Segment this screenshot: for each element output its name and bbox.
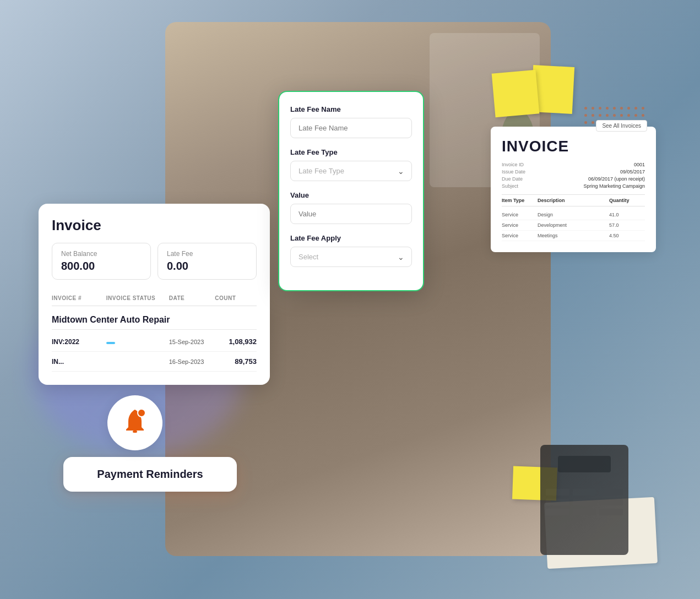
field-label-0: Invoice ID xyxy=(502,162,524,167)
net-balance-box: Net Balance 800.00 xyxy=(52,243,151,280)
svg-point-1 xyxy=(138,409,145,417)
invoice-table-header: INVOICE # INVOICE STATUS DATE COUNT xyxy=(52,291,257,306)
invoice-card: Invoice Net Balance 800.00 Late Fee 0.00… xyxy=(39,204,270,385)
invoice-doc-card: See All Invoices INVOICE Invoice ID 0001… xyxy=(491,127,656,252)
inv-date1-1: 15-Sep-2023 xyxy=(169,339,211,345)
doc-table-row-0: Service Design 41.0 xyxy=(502,210,645,220)
payment-reminders-card: Payment Reminders xyxy=(63,457,237,492)
late-fee-name-label: Late Fee Name xyxy=(290,105,412,113)
doc-col-type: Item Type xyxy=(502,198,538,203)
payment-reminders-label: Payment Reminders xyxy=(77,468,224,481)
late-fee-apply-select[interactable]: Select xyxy=(290,247,412,267)
late-fee-stat-label: Late Fee xyxy=(167,250,247,258)
desk-item xyxy=(540,445,628,555)
table-row: INV:2022 15-Sep-2023 1,08,932 xyxy=(52,332,257,352)
net-balance-value: 800.00 xyxy=(61,260,142,273)
field-value-2: 06/09/2017 (upon receipt) xyxy=(588,176,645,182)
inv-number-2: IN... xyxy=(52,358,102,366)
svg-rect-0 xyxy=(133,431,137,433)
doc-row2-desc: Meetings xyxy=(538,233,609,238)
field-label-2: Due Date xyxy=(502,176,523,182)
doc-table-row-2: Service Meetings 4.50 xyxy=(502,231,645,241)
bell-icon-container xyxy=(107,395,162,450)
doc-row0-type: Service xyxy=(502,212,538,217)
late-fee-type-select[interactable]: Late Fee Type xyxy=(290,161,412,181)
late-fee-type-label: Late Fee Type xyxy=(290,148,412,156)
table-row: IN... 16-Sep-2023 89,753 xyxy=(52,352,257,372)
late-fee-stat-value: 0.00 xyxy=(167,260,247,273)
inv-status-1 xyxy=(106,338,165,346)
doc-row0-desc: Design xyxy=(538,212,609,217)
invoice-doc-table-header: Item Type Description Quantity xyxy=(502,194,645,206)
invoice-doc-field-0: Invoice ID 0001 xyxy=(502,162,645,167)
form-group-apply: Late Fee Apply Select xyxy=(290,234,412,267)
late-fee-apply-wrapper: Select xyxy=(290,247,412,267)
doc-row0-qty: 41.0 xyxy=(609,212,645,217)
invoice-doc-field-3: Subject Spring Marketing Campaign xyxy=(502,183,645,189)
late-fee-apply-label: Late Fee Apply xyxy=(290,234,412,242)
invoice-doc-field-2: Due Date 06/09/2017 (upon receipt) xyxy=(502,176,645,182)
field-value-3: Spring Marketing Campaign xyxy=(583,183,645,189)
field-value-0: 0001 xyxy=(634,162,645,167)
inv-date1-2: 16-Sep-2023 xyxy=(169,358,211,365)
doc-row1-desc: Development xyxy=(538,222,609,228)
sticky-note-1 xyxy=(492,70,540,118)
bell-icon xyxy=(121,407,149,436)
value-label: Value xyxy=(290,191,412,199)
doc-row2-qty: 4.50 xyxy=(609,233,645,238)
net-balance-label: Net Balance xyxy=(61,250,142,258)
form-group-value: Value xyxy=(290,191,412,224)
field-value-1: 09/05/2017 xyxy=(620,169,645,175)
invoice-card-title: Invoice xyxy=(52,217,257,234)
late-fee-name-input[interactable] xyxy=(290,118,412,138)
late-fee-form-card: Late Fee Name Late Fee Type Late Fee Typ… xyxy=(278,91,424,291)
doc-row2-type: Service xyxy=(502,233,538,238)
col-invoice-num: INVOICE # xyxy=(52,295,102,301)
bell-wrapper xyxy=(121,407,149,438)
value-input[interactable] xyxy=(290,204,412,224)
col-count: COUNT xyxy=(215,295,257,301)
doc-col-desc: Description xyxy=(538,198,609,203)
doc-col-qty: Quantity xyxy=(609,198,645,203)
inv-amount-1: 1,08,932 xyxy=(215,337,257,346)
doc-row1-type: Service xyxy=(502,222,538,228)
form-group-type: Late Fee Type Late Fee Type xyxy=(290,148,412,181)
invoice-company-name: Midtown Center Auto Repair xyxy=(52,311,257,330)
late-fee-box: Late Fee 0.00 xyxy=(158,243,257,280)
invoice-stats-row: Net Balance 800.00 Late Fee 0.00 xyxy=(52,243,257,280)
form-group-name: Late Fee Name xyxy=(290,105,412,138)
doc-table-row-1: Service Development 57.0 xyxy=(502,220,645,231)
invoice-doc-field-1: Issue Date 09/05/2017 xyxy=(502,169,645,175)
col-invoice-status: INVOICE STATUS xyxy=(106,295,165,301)
inv-amount-2: 89,753 xyxy=(215,357,257,366)
col-date: DATE xyxy=(169,295,211,301)
dots-pattern-top: /* dots rendered in CSS */ xyxy=(584,6,683,105)
doc-row1-qty: 57.0 xyxy=(609,222,645,228)
status-badge-1 xyxy=(106,342,115,344)
see-all-invoices-button[interactable]: See All Invoices xyxy=(596,120,647,132)
inv-number-1: INV:2022 xyxy=(52,338,102,346)
invoice-doc-fields: Invoice ID 0001 Issue Date 09/05/2017 Du… xyxy=(502,162,645,189)
field-label-3: Subject xyxy=(502,183,518,189)
late-fee-type-wrapper: Late Fee Type xyxy=(290,161,412,181)
field-label-1: Issue Date xyxy=(502,169,525,175)
invoice-doc-title: INVOICE xyxy=(502,138,645,155)
